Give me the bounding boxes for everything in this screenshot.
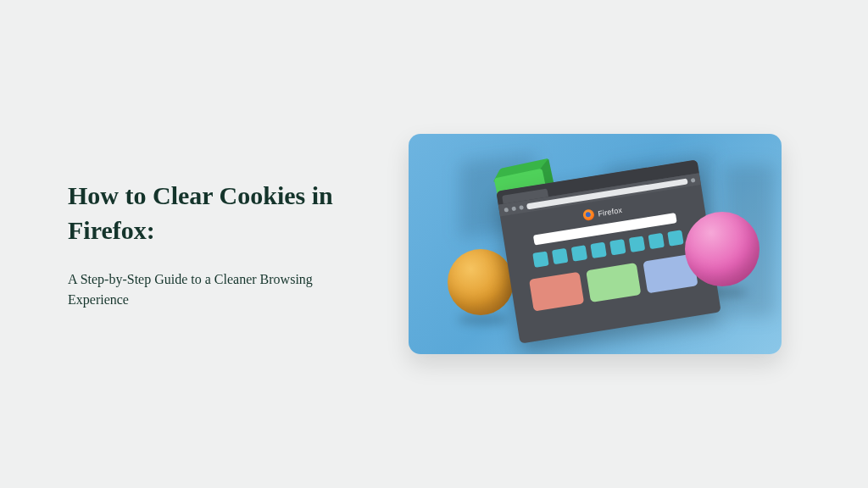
menu-icon xyxy=(691,178,696,183)
nav-back-icon xyxy=(504,207,509,212)
article-title: How to Clear Cookies in Firefox: xyxy=(68,179,356,247)
nav-reload-icon xyxy=(519,205,524,210)
top-site-tile xyxy=(552,248,568,264)
browser-brand-name: Firefox xyxy=(598,205,623,217)
top-site-tile xyxy=(667,230,683,246)
top-site-tile xyxy=(590,242,606,258)
top-site-tile xyxy=(571,245,587,261)
orange-sphere-icon xyxy=(448,249,514,315)
content-card xyxy=(529,272,584,312)
article-subtitle: A Step-by-Step Guide to a Cleaner Browsi… xyxy=(68,269,356,308)
browser-brand: Firefox xyxy=(582,204,623,221)
nav-forward-icon xyxy=(511,206,516,211)
text-column: How to Clear Cookies in Firefox: A Step-… xyxy=(68,179,356,308)
content-card xyxy=(586,263,641,302)
top-site-tile xyxy=(609,239,626,255)
firefox-logo-icon xyxy=(582,208,595,221)
top-site-tile xyxy=(532,251,548,267)
pink-sphere-icon xyxy=(685,212,760,286)
hero-illustration: Firefox xyxy=(409,134,782,354)
shadow xyxy=(458,313,509,325)
top-site-tile xyxy=(629,236,645,252)
illustration-column: Firefox xyxy=(390,134,800,354)
top-site-tile xyxy=(648,233,665,249)
article-hero-block: How to Clear Cookies in Firefox: A Step-… xyxy=(68,134,800,354)
